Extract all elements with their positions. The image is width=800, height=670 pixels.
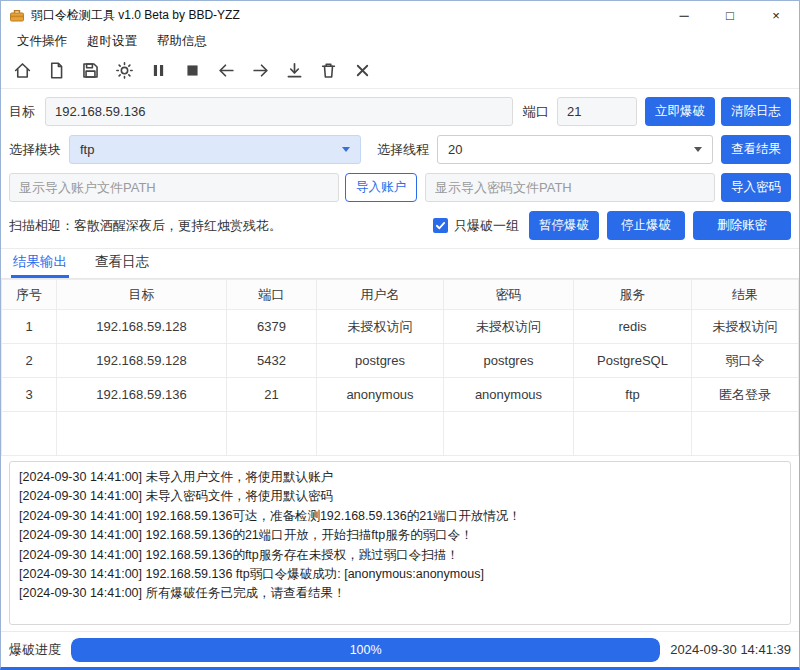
target-input[interactable] — [45, 97, 513, 126]
trash-icon[interactable] — [313, 57, 343, 85]
threads-select[interactable]: 20 — [437, 135, 713, 164]
settings-gear-icon[interactable] — [109, 57, 139, 85]
cell-service: redis — [574, 310, 692, 344]
menu-item-file-ops[interactable]: 文件操作 — [7, 30, 77, 53]
progress-percent-text: 100% — [350, 643, 382, 657]
maximize-button[interactable]: □ — [707, 1, 753, 29]
app-icon — [9, 7, 25, 23]
tab-view-log[interactable]: 查看日志 — [93, 249, 151, 278]
clear-log-button[interactable]: 清除日志 — [721, 97, 791, 126]
module-select-value: ftp — [80, 142, 94, 157]
cell-username: 未授权访问 — [317, 310, 444, 344]
cell-result: 未授权访问 — [692, 310, 799, 344]
results-table: 序号 目标 端口 用户名 密码 服务 结果 1 192.168.59.128 6… — [1, 279, 799, 456]
log-line: [2024-09-30 14:41:00] 192.168.59.136可达，准… — [19, 507, 781, 526]
progress-bar: 100% — [71, 638, 660, 662]
forward-arrow-icon[interactable] — [245, 57, 275, 85]
menu-bar: 文件操作 超时设置 帮助信息 — [1, 29, 799, 53]
only-one-group-label: 只爆破一组 — [454, 217, 519, 235]
cell-username: anonymous — [317, 378, 444, 412]
col-header-target: 目标 — [57, 280, 227, 310]
check-icon — [435, 220, 446, 231]
cell-result: 弱口令 — [692, 344, 799, 378]
greeting-text: 客散酒醒深夜后，更持红烛赏残花。 — [74, 217, 282, 235]
cell-target: 192.168.59.128 — [57, 344, 227, 378]
greeting-label: 扫描相迎： — [9, 217, 74, 235]
table-row[interactable]: 3 192.168.59.136 21 anonymous anonymous … — [2, 378, 799, 412]
col-header-result: 结果 — [692, 280, 799, 310]
control-panel: 目标 端口 立即爆破 清除日志 选择模块 ftp 选择线程 20 查看结果 导入… — [1, 89, 799, 249]
log-output[interactable]: [2024-09-30 14:41:00] 未导入用户文件，将使用默认账户 [2… — [9, 461, 791, 625]
window-controls: ─ □ × — [661, 1, 799, 29]
pause-brute-button[interactable]: 暂停爆破 — [529, 211, 599, 240]
status-bar: 爆破进度 100% 2024-09-30 14:41:39 — [1, 631, 799, 667]
cell-service: PostgreSQL — [574, 344, 692, 378]
status-timestamp: 2024-09-30 14:41:39 — [670, 642, 791, 657]
tab-results-output[interactable]: 结果输出 — [11, 249, 69, 278]
menu-item-help-info[interactable]: 帮助信息 — [147, 30, 217, 53]
port-input[interactable] — [557, 97, 637, 126]
close-task-icon[interactable] — [347, 57, 377, 85]
cell-target: 192.168.59.136 — [57, 378, 227, 412]
threads-label: 选择线程 — [377, 141, 429, 159]
log-line: [2024-09-30 14:41:00] 192.168.59.136的21端… — [19, 526, 781, 545]
only-one-group-checkbox[interactable] — [433, 218, 448, 233]
close-button[interactable]: × — [753, 1, 799, 29]
module-label: 选择模块 — [9, 141, 61, 159]
cell-username: postgres — [317, 344, 444, 378]
stop-brute-button[interactable]: 停止爆破 — [607, 211, 685, 240]
import-passwords-button[interactable]: 导入密码 — [721, 173, 791, 202]
window-title: 弱口令检测工具 v1.0 Beta by BBD-YZZ — [31, 7, 661, 24]
progress-label: 爆破进度 — [9, 641, 61, 659]
target-row: 目标 端口 立即爆破 清除日志 — [9, 97, 791, 126]
table-row[interactable]: 1 192.168.59.128 6379 未授权访问 未授权访问 redis … — [2, 310, 799, 344]
cell-index: 2 — [2, 344, 57, 378]
log-line: [2024-09-30 14:41:00] 192.168.59.136的ftp… — [19, 546, 781, 565]
password-path-input[interactable] — [425, 173, 715, 202]
pause-icon[interactable] — [143, 57, 173, 85]
title-bar: 弱口令检测工具 v1.0 Beta by BBD-YZZ ─ □ × — [1, 1, 799, 29]
stop-icon[interactable] — [177, 57, 207, 85]
save-icon[interactable] — [75, 57, 105, 85]
back-arrow-icon[interactable] — [211, 57, 241, 85]
cell-password: anonymous — [444, 378, 574, 412]
cell-port: 21 — [227, 378, 317, 412]
view-results-button[interactable]: 查看结果 — [721, 135, 791, 164]
start-brute-button[interactable]: 立即爆破 — [645, 97, 715, 126]
cell-service: ftp — [574, 378, 692, 412]
delete-credentials-button[interactable]: 删除账密 — [693, 211, 791, 240]
action-row: 扫描相迎： 客散酒醒深夜后，更持红烛赏残花。 只爆破一组 暂停爆破 停止爆破 删… — [9, 211, 791, 240]
col-header-password: 密码 — [444, 280, 574, 310]
account-path-input[interactable] — [9, 173, 339, 202]
app-window: 弱口令检测工具 v1.0 Beta by BBD-YZZ ─ □ × 文件操作 … — [0, 0, 800, 670]
chevron-down-icon — [694, 147, 702, 152]
menu-item-timeout-settings[interactable]: 超时设置 — [77, 30, 147, 53]
port-label: 端口 — [523, 103, 549, 121]
col-header-index: 序号 — [2, 280, 57, 310]
new-file-icon[interactable] — [41, 57, 71, 85]
import-accounts-button[interactable]: 导入账户 — [345, 173, 417, 202]
cell-result: 匿名登录 — [692, 378, 799, 412]
module-row: 选择模块 ftp 选择线程 20 查看结果 — [9, 135, 791, 164]
download-icon[interactable] — [279, 57, 309, 85]
chevron-down-icon — [342, 147, 350, 152]
toolbar — [1, 53, 799, 89]
target-label: 目标 — [9, 103, 35, 121]
table-header-row: 序号 目标 端口 用户名 密码 服务 结果 — [2, 280, 799, 310]
threads-select-value: 20 — [448, 142, 462, 157]
col-header-service: 服务 — [574, 280, 692, 310]
log-line: [2024-09-30 14:41:00] 未导入密码文件，将使用默认密码 — [19, 487, 781, 506]
table-row[interactable]: 2 192.168.59.128 5432 postgres postgres … — [2, 344, 799, 378]
import-row: 导入账户 导入密码 — [9, 173, 791, 202]
minimize-button[interactable]: ─ — [661, 1, 707, 29]
module-select[interactable]: ftp — [69, 135, 361, 164]
col-header-port: 端口 — [227, 280, 317, 310]
cell-index: 3 — [2, 378, 57, 412]
home-icon[interactable] — [7, 57, 37, 85]
progress-fill: 100% — [71, 638, 660, 662]
table-empty-row — [2, 412, 799, 456]
log-line: [2024-09-30 14:41:00] 未导入用户文件，将使用默认账户 — [19, 468, 781, 487]
cell-password: 未授权访问 — [444, 310, 574, 344]
cell-port: 5432 — [227, 344, 317, 378]
tab-bar: 结果输出 查看日志 — [1, 249, 799, 279]
